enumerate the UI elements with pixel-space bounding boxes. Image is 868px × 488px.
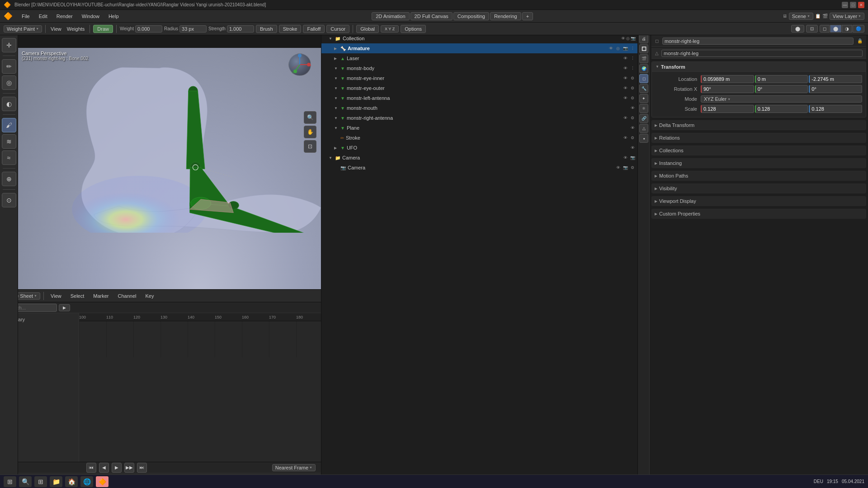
plane-eye[interactable]: 👁 [629,125,636,131]
strength-input[interactable] [227,25,254,33]
cursor-tool-btn[interactable]: ✛ [2,38,16,52]
zoom-in-btn[interactable]: 🔍 [304,111,316,124]
scale-z[interactable]: 0.128 [809,105,862,113]
outliner-monstr-eye-outer[interactable]: ▼ ▼ monstr-eye-outer 👁 ⚙ [321,83,637,93]
dope-channel-menu[interactable]: Channel [114,292,140,300]
blender-app[interactable]: 🔶 [96,476,108,487]
search-app[interactable]: 🔍 [19,476,32,487]
rotation-y[interactable]: 0° [755,85,808,93]
outliner-stroke[interactable]: ✏ Stroke 👁 ⚙ [321,133,637,143]
smear-btn[interactable]: ≈ [2,150,16,165]
mesh-name-input[interactable] [661,50,863,57]
eye-outer-eye[interactable]: 👁 [622,85,628,91]
material-props-tab[interactable]: ⬥ [639,134,648,143]
minimize-button[interactable]: — [842,2,848,8]
brush-btn[interactable]: Brush [256,25,277,33]
browser-app[interactable]: 🌐 [80,476,93,487]
body-eye[interactable]: 👁 [622,65,628,71]
transform-header[interactable]: ▼ Transform [652,62,866,72]
cam-obj-render[interactable]: 📷 [622,164,628,171]
weights-menu[interactable]: Weights [65,26,87,32]
xyz-toggle[interactable]: X Y Z [381,25,399,33]
location-z[interactable]: -2.2745 m [809,75,862,83]
obj-name-lock[interactable]: 🔒 [857,38,863,43]
mouth-eye[interactable]: 👁 [629,105,636,111]
modifier-props-tab[interactable]: 🔧 [639,84,648,93]
jump-start-btn[interactable]: ⏮ [86,463,96,473]
rotation-x[interactable]: 90° [701,85,754,93]
arm-eye[interactable]: 👁 [608,45,614,52]
tab-2d-animation[interactable]: 2D Animation [372,12,409,20]
stroke-btn[interactable]: Stroke [279,25,302,33]
constraints-props-tab[interactable]: 🔗 [639,114,648,123]
viewport-gizmo[interactable]: X Z Y [288,53,316,80]
draw-btn[interactable]: Draw [93,25,113,33]
mode-dropdown[interactable]: Weight Paint ▼ [4,25,42,33]
stroke-eye[interactable]: 👁 [622,135,628,141]
outliner-camera-obj[interactable]: 📷 Camera 👁 📷 ⚙ [321,163,637,173]
maximize-button[interactable]: □ [850,2,856,8]
outliner-monstr-body[interactable]: ▼ ▼ monstr-body 👁 ⋮ [321,63,637,73]
close-button[interactable]: ✕ [858,2,864,8]
cursor-btn[interactable]: Cursor [326,25,349,33]
menu-edit[interactable]: Edit [35,13,51,20]
particles-props-tab[interactable]: ✦ [639,94,648,103]
body-extra[interactable]: ⋮ [629,65,636,71]
arm-extra[interactable]: ⋮ [629,45,636,52]
relations-header[interactable]: ▶ Relations [652,133,866,142]
scene-props-tab[interactable]: 🎬 [639,54,648,63]
cam-obj-eye[interactable]: 👁 [615,164,621,171]
outliner-camera-coll[interactable]: ▼ 📁 Camera 👁 📷 [321,153,637,163]
eye-inner-filter[interactable]: ⚙ [629,75,636,81]
solid-mode[interactable]: ⬤ [830,25,841,33]
menu-file[interactable]: File [18,13,33,20]
explorer-app[interactable]: 📁 [50,476,62,487]
view-menu[interactable]: View [49,26,63,32]
menu-window[interactable]: Window [78,13,103,20]
coll-select[interactable]: ◎ [626,36,630,41]
play-btn[interactable]: ▶ [112,463,122,473]
wire-mode[interactable]: ◻ [820,25,830,33]
rotation-z[interactable]: 0° [809,85,862,93]
options-btn[interactable]: Options [401,25,426,33]
nearest-frame-dropdown[interactable]: Nearest Frame ▼ [272,464,316,471]
draw-tool-btn[interactable]: 🖌 [2,118,16,132]
left-ant-filter[interactable]: ⚙ [629,95,636,101]
dope-marker-menu[interactable]: Marker [90,292,112,300]
home-app[interactable]: 🏠 [65,476,78,487]
left-ant-eye[interactable]: 👁 [622,95,628,101]
viewport-display-header[interactable]: ▶ Viewport Display [652,197,866,206]
view-layer-dropdown[interactable]: View Layer ▼ [830,13,864,20]
scale-y[interactable]: 0.128 [755,105,808,113]
right-ant-filter[interactable]: ⚙ [629,115,636,121]
object-props-tab[interactable]: ◻ [639,74,648,83]
tab-add[interactable]: + [522,12,533,20]
tab-rendering[interactable]: Rendering [490,12,521,20]
weight-input[interactable] [135,25,162,33]
prev-frame-btn[interactable]: ◀ [99,463,109,473]
color-picker-btn[interactable]: ◎ [2,75,16,90]
physics-props-tab[interactable]: ⚛ [639,104,648,113]
transform-btn[interactable]: ⊕ [2,172,16,186]
jump-end-btn[interactable]: ⏭ [137,463,147,473]
visibility-header[interactable]: ▶ Visibility [652,184,866,193]
outliner-ufo[interactable]: ▶ ▼ UFO 👁 [321,143,637,153]
pivot-btn[interactable]: ⊙ [2,193,16,207]
output-props-tab[interactable]: 🖨 [639,34,648,43]
right-ant-eye[interactable]: 👁 [622,115,628,121]
outliner-plane[interactable]: ▼ ▼ Plane 👁 [321,123,637,133]
scale-x[interactable]: 0.128 [701,105,754,113]
tab-2d-full-canvas[interactable]: 2D Full Canvas [410,12,453,20]
outliner-monstr-right-antenna[interactable]: ▼ ▼ monstr-right-antenna 👁 ⚙ [321,113,637,123]
location-x[interactable]: 0.059889 m [701,75,754,83]
lookdev-mode[interactable]: ◑ [842,25,852,33]
cam-coll-render[interactable]: 📷 [629,155,636,161]
menu-render[interactable]: Render [53,13,76,20]
coll-render[interactable]: 📷 [631,36,636,41]
world-props-tab[interactable]: 🌍 [639,64,648,73]
arm-select[interactable]: ◎ [615,45,621,52]
timeline-body[interactable] [79,321,321,357]
coll-eye[interactable]: 👁 [621,36,625,41]
zoom-to-fit-btn[interactable]: ⊡ [304,140,316,153]
next-frame-btn[interactable]: ▶▶ [124,463,134,473]
